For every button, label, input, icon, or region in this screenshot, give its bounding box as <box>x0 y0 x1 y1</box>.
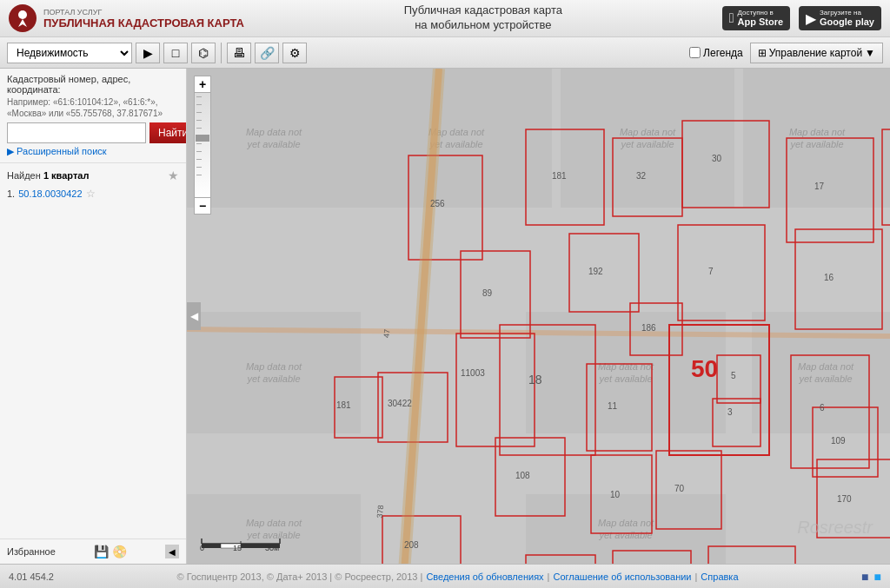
svg-rect-25 <box>335 377 382 438</box>
footer-separator-1: | <box>548 571 550 582</box>
svg-rect-24 <box>813 407 878 477</box>
app-store-badge[interactable]:  Доступно в App Store <box>722 6 790 31</box>
results-count: Найден 1 квартал <box>7 170 89 181</box>
manage-map-button[interactable]: ⊞ Управление картой ▼ <box>750 43 883 63</box>
svg-text:30м: 30м <box>265 544 279 551</box>
zoom-in-button[interactable]: + <box>194 76 211 93</box>
svg-point-0 <box>18 10 27 19</box>
svg-rect-33 <box>526 555 595 564</box>
result-link[interactable]: 50.18.0030422 <box>18 188 82 199</box>
result-number: 1. <box>7 188 15 199</box>
zoom-handle[interactable] <box>196 135 209 142</box>
favorites-icons: 💾 📀 <box>94 545 127 558</box>
settings-button[interactable]: ⚙ <box>282 43 307 63</box>
footer-center: © Госпицентр 2013, © Дата+ 2013 | © Роср… <box>177 571 739 582</box>
footer-social: ■ ■ <box>861 570 881 584</box>
zoom-tick <box>196 128 202 129</box>
footer-help-link[interactable]: Справка <box>701 571 738 582</box>
sidebar-footer: Избранное 💾 📀 ◀ <box>0 538 186 564</box>
result-item: 1. 50.18.0030422 ☆ <box>7 186 179 202</box>
select-tool-button[interactable]: □ <box>163 43 188 63</box>
search-button[interactable]: Найти <box>149 122 187 143</box>
site-title: ПУБЛИЧНАЯ КАДАСТРОВАЯ КАРТА <box>43 17 244 30</box>
legend-label: Легенда <box>703 47 743 59</box>
zoom-tick <box>196 175 202 175</box>
svg-rect-11 <box>569 234 639 312</box>
center-line2: на мобильном устройстве <box>404 18 562 33</box>
footer-usage-link[interactable]: Соглашение об использовании <box>553 571 691 582</box>
center-line1: Публичная кадастровая карта <box>404 3 562 18</box>
results-favorite-icon[interactable]: ★ <box>168 168 179 182</box>
svg-text:15: 15 <box>233 544 242 551</box>
results-value: 1 квартал <box>43 170 89 181</box>
svg-rect-19 <box>587 364 652 451</box>
search-label: Кадастровый номер, адрес, координата: <box>7 74 179 95</box>
svg-rect-20 <box>717 355 760 403</box>
svg-rect-27 <box>495 438 565 516</box>
svg-rect-16 <box>669 325 769 455</box>
apple-icon:  <box>729 10 734 26</box>
google-play-badge[interactable]: ▶ Загрузите на Google play <box>799 6 881 31</box>
logo-area: ПОРТАЛ УСЛУГ ПУБЛИЧНАЯ КАДАСТРОВАЯ КАРТА <box>9 4 244 32</box>
svg-rect-21 <box>713 399 760 446</box>
legend-checkbox[interactable] <box>689 47 701 58</box>
svg-rect-22 <box>791 355 869 468</box>
sidebar-close-button[interactable]: ◀ <box>165 545 179 558</box>
svg-rect-34 <box>613 551 691 564</box>
svg-line-2 <box>187 329 890 338</box>
manage-map-grid-icon: ⊞ <box>758 47 767 59</box>
svg-rect-4 <box>526 129 604 225</box>
svg-rect-29 <box>591 455 652 533</box>
zoom-slider[interactable] <box>194 93 211 197</box>
twitter-icon[interactable]: ■ <box>874 570 881 584</box>
manage-map-label: Управление картой <box>769 47 862 59</box>
toolbar: Недвижимость Земельные участки ОКС ▶ □ ⌬… <box>0 37 890 69</box>
footer-updates-link[interactable]: Сведения об обновлениях <box>426 571 543 582</box>
cadastral-svg <box>187 69 890 564</box>
toolbar-separator-1 <box>221 43 222 63</box>
svg-rect-6 <box>682 121 769 208</box>
results-area: Найден 1 квартал ★ 1. 50.18.0030422 ☆ <box>0 163 186 538</box>
header: ПОРТАЛ УСЛУГ ПУБЛИЧНАЯ КАДАСТРОВАЯ КАРТА… <box>0 0 890 37</box>
zoom-tick <box>196 120 202 121</box>
favorites-import-icon[interactable]: 📀 <box>112 545 127 558</box>
zoom-tick <box>196 104 202 105</box>
search-input[interactable] <box>7 122 146 143</box>
zoom-out-button[interactable]: − <box>194 197 211 215</box>
svg-rect-42 <box>202 544 221 548</box>
svg-rect-13 <box>795 229 882 329</box>
favorites-label: Избранное <box>7 546 56 557</box>
sidebar-collapse-button[interactable]: ◀ <box>187 302 201 330</box>
zoom-tick <box>196 96 202 97</box>
print-button[interactable]: 🖶 <box>227 43 251 63</box>
legend-checkbox-label[interactable]: Легенда <box>689 47 743 59</box>
measure-tool-button[interactable]: ⌬ <box>191 43 216 63</box>
logo-icon <box>9 4 37 32</box>
zoom-tick <box>196 159 202 160</box>
app-store-text: Доступно в App Store <box>737 9 783 29</box>
search-hint-line2: «Москва» или «55.755768, 37.817671» <box>7 109 163 118</box>
favorites-export-icon[interactable]: 💾 <box>94 545 109 558</box>
search-hint-line1: Например: «61:6:10104:12», «61:6:*», <box>7 97 158 107</box>
svg-rect-30 <box>817 459 890 538</box>
svg-text:0: 0 <box>200 544 204 551</box>
svg-rect-17 <box>456 334 535 446</box>
map-canvas[interactable]: Map data notyet available Map data notye… <box>187 69 890 564</box>
footer-coordinates: 4.01 454.2 <box>9 571 54 582</box>
svg-rect-5 <box>613 138 682 216</box>
facebook-icon[interactable]: ■ <box>861 570 868 584</box>
svg-rect-8 <box>882 129 890 225</box>
map-area[interactable]: Map data notyet available Map data notye… <box>187 69 890 564</box>
footer-copyright: © Госпицентр 2013, © Дата+ 2013 | © Роср… <box>177 571 423 582</box>
search-row: Найти <box>7 122 179 143</box>
svg-rect-15 <box>630 303 682 355</box>
result-favorite-icon[interactable]: ☆ <box>86 188 96 200</box>
share-button[interactable]: 🔗 <box>255 43 279 63</box>
advanced-search-link[interactable]: ▶ Расширенный поиск <box>7 146 179 157</box>
cursor-tool-button[interactable]: ▶ <box>136 43 160 63</box>
play-icon: ▶ <box>806 10 816 27</box>
search-hint: Например: «61:6:10104:12», «61:6:*», «Мо… <box>7 96 179 119</box>
portal-label: ПОРТАЛ УСЛУГ <box>43 8 244 17</box>
property-type-select[interactable]: Недвижимость Земельные участки ОКС <box>7 43 132 63</box>
zoom-tick <box>196 143 202 144</box>
